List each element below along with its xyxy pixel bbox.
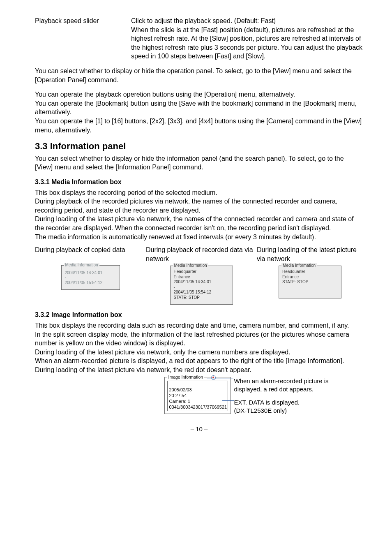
- box1-line1: 2004/11/05 14:34:01: [65, 271, 116, 276]
- paragraph-3-3: You can select whether to display or hid…: [35, 154, 363, 172]
- imgbox-l1: 2005/02/03: [169, 387, 192, 392]
- col-label-network-latest: During loading of the latest picture via…: [257, 245, 363, 263]
- text-332-a: This box displays the recording data suc…: [35, 322, 349, 329]
- text-331-c: During loading of the latest picture via…: [35, 215, 354, 231]
- text-331-d: The media information is automatically r…: [35, 234, 316, 240]
- callout-ext-data: EXT. DATA is displayed. (DX-TL2530E only…: [234, 398, 357, 415]
- media-info-legend: Media Information: [281, 263, 317, 268]
- box2-l1: Headquarter: [174, 269, 229, 275]
- col-label-network-recorded: During playback of recorded data via net…: [146, 245, 257, 263]
- imgbox-l4: 0041/3003423017/37069521: [169, 405, 227, 409]
- box2-l5: 2004/11/05 15:54:12: [174, 290, 229, 295]
- paragraph-operate-b: You can operate the [Bookmark] button us…: [35, 100, 357, 116]
- text-332-e: During loading of the latest picture via…: [35, 366, 251, 373]
- image-info-legend: Image Information: [167, 374, 205, 380]
- paragraph-operate-c: You can operate the [1] to [16] buttons,…: [35, 118, 362, 134]
- image-info-box: Image Information 2005/02/03 20:27:54 Ca…: [164, 377, 231, 414]
- callout-alarm-dot: When an alarm-recorded picture is displa…: [234, 377, 357, 394]
- paragraph-operation-panel: You can select whether to display or hid…: [35, 67, 363, 84]
- heading-3-3-2: 3.3.2 Image Information box: [35, 310, 363, 319]
- box2-l4: -: [174, 285, 229, 290]
- box2-l2: Entrance: [174, 275, 229, 280]
- box2-l6: STATE: STOP: [174, 295, 229, 301]
- media-info-box-latest: Media Information Headquarter Entrance S…: [279, 266, 341, 298]
- text-332-c: During loading of the latest picture via…: [35, 349, 291, 356]
- page-number: – 10 –: [35, 425, 363, 433]
- col-label-copied: During playback of copied data: [35, 245, 146, 254]
- text-332-b: In the split screen display mode, the in…: [35, 331, 349, 347]
- media-info-box-network: Media Information Headquarter Entrance 2…: [170, 266, 233, 305]
- box3-l3: STATE: STOP: [282, 280, 338, 285]
- box1-line2: 2004/11/05 15:54:12: [65, 280, 116, 286]
- imgbox-l2: 20:27:54: [169, 393, 187, 398]
- imgbox-l3: Camera: 1: [169, 399, 190, 404]
- box2-l3: 2004/11/05 14:34:01: [174, 280, 229, 285]
- playback-speed-label: Playback speed slider: [35, 16, 131, 61]
- box3-l1: Headquarter: [282, 269, 338, 275]
- callout-connector-line: [222, 400, 234, 401]
- heading-3-3-1: 3.3.1 Media Information box: [35, 178, 363, 187]
- box3-l2: Entrance: [282, 275, 338, 280]
- text-331-a: This box displays the recording period o…: [35, 189, 217, 196]
- media-info-legend: Media Information: [64, 263, 99, 268]
- media-info-legend: Media Information: [173, 263, 208, 268]
- paragraph-operate-a: You can operate the playback operetion b…: [35, 91, 295, 98]
- heading-3-3: 3.3 Information panel: [35, 140, 363, 153]
- playback-speed-desc: Click to adjust the playback speed. (Def…: [131, 16, 363, 61]
- text-332-d: When an alarm-recorded picture is displa…: [35, 357, 344, 364]
- callout-connector-line: [207, 379, 233, 379]
- text-331-b: During playback of the recorded pictures…: [35, 198, 337, 214]
- alarm-dot-icon: [211, 375, 216, 380]
- media-info-box-copied: Media Information 2004/11/05 14:34:01 - …: [61, 265, 120, 290]
